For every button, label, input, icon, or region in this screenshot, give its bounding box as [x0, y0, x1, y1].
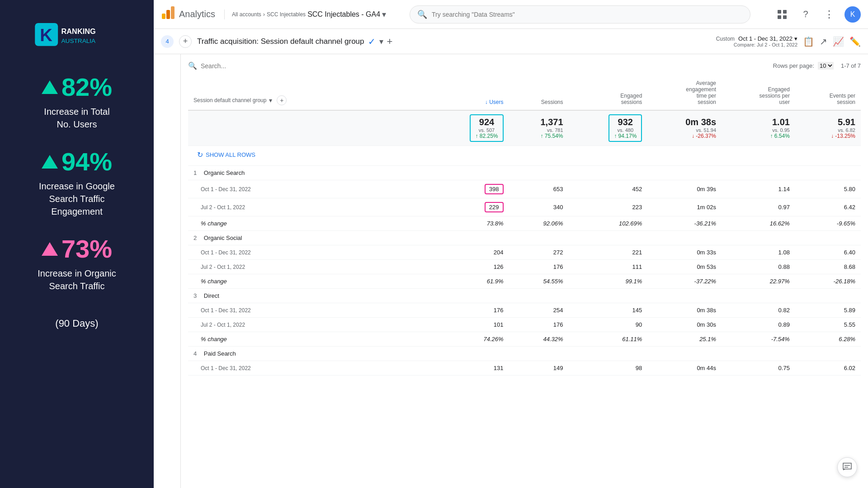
organic-search-p2-events: 6.42 [795, 198, 861, 216]
rows-per-page-select[interactable]: 10 25 50 [818, 62, 834, 70]
top-bar-actions: ? ⋮ K [774, 6, 861, 23]
direct-change-engaged: 61.11% [569, 332, 648, 347]
more-options-button[interactable]: ⋮ [821, 6, 837, 23]
direct-p1-eng-user: 0.82 [722, 303, 795, 318]
table-search[interactable]: 🔍 [188, 61, 280, 70]
direct-p2-sessions: 176 [509, 318, 569, 332]
apps-button[interactable] [774, 6, 790, 23]
organic-social-p2-eng-user: 0.88 [722, 260, 795, 274]
filter-icon[interactable]: ▾ [269, 97, 272, 104]
report-title-text: Traffic acquisition: Session default cha… [197, 37, 364, 46]
breadcrumb-sep: › [263, 11, 265, 18]
organic-social-p1-engaged: 221 [569, 245, 648, 260]
chat-button[interactable] [837, 457, 857, 477]
organic-social-change-users: 61.9% [430, 274, 509, 289]
direct-change-avg: 25.1% [647, 332, 722, 347]
breadcrumb-badge[interactable]: 4 [161, 35, 174, 48]
edit-report-icon[interactable]: 📋 [803, 36, 814, 47]
user-avatar[interactable]: K [844, 6, 861, 23]
help-button[interactable]: ? [797, 6, 814, 23]
title-add-icon[interactable]: + [387, 36, 393, 47]
row-direct-header: 3 Direct [188, 289, 861, 303]
direct-p1-label: Oct 1 - Dec 31, 2022 [188, 303, 430, 318]
account-nav: All accounts › SCC Injectables SCC Injec… [224, 9, 386, 19]
organic-search-p1-events: 5.80 [795, 180, 861, 198]
totals-avg-eng: 0m 38s vs. 51.94 ↓ -26.37% [647, 110, 722, 146]
add-tab-button[interactable]: + [179, 35, 192, 48]
organic-search-p2-eng-user: 0.97 [722, 198, 795, 216]
current-property[interactable]: SCC Injectables - GA4 ▾ [307, 9, 386, 19]
organic-social-label: 2 Organic Social [188, 231, 430, 245]
date-range-main[interactable]: Custom Oct 1 - Dec 31, 2022 ▾ [716, 35, 797, 42]
stat-82-label: Increase in TotalNo. Users [42, 105, 112, 131]
organic-social-p2-label: Jul 2 - Oct 1, 2022 [188, 260, 430, 274]
organic-social-change-label: % change [188, 274, 430, 289]
content-area: 🔍 Rows per page: 10 25 50 1-7 of 7 [154, 54, 868, 488]
stat-73-label: Increase in OrganicSearch Traffic [38, 267, 116, 292]
organic-search-p1-label: Oct 1 - Dec 31, 2022 [188, 180, 430, 198]
top-bar: Analytics All accounts › SCC Injectables… [154, 0, 868, 29]
paid-search-p1-eng-user: 0.75 [722, 361, 795, 375]
row-organic-search-p1: Oct 1 - Dec 31, 2022 398 653 452 0m 39s … [188, 180, 861, 198]
rows-per-page: Rows per page: 10 25 50 [773, 62, 834, 70]
organic-social-change-engaged: 99.1% [569, 274, 648, 289]
svg-rect-6 [171, 6, 175, 19]
top-search-bar[interactable]: 🔍 [410, 5, 750, 23]
property-chevron-icon: ▾ [382, 9, 386, 19]
share-icon[interactable]: ↗ [820, 36, 827, 47]
stat-82-number: 82% [42, 72, 112, 102]
add-column-button[interactable]: + [277, 95, 287, 105]
organic-search-p1-users: 398 [430, 180, 509, 198]
stat-82: 82% Increase in TotalNo. Users [42, 72, 112, 131]
organic-social-p2-events: 8.68 [795, 260, 861, 274]
paid-search-p1-sessions: 149 [509, 361, 569, 375]
organic-search-change-eng-user: 16.62% [722, 216, 795, 231]
stat-73: 73% Increase in OrganicSearch Traffic [38, 234, 116, 292]
analytics-icon [161, 5, 175, 23]
rows-per-page-label: Rows per page: [773, 62, 814, 69]
col-header-sessions: Sessions [509, 75, 569, 110]
organic-search-label: 1 Organic Search [188, 166, 430, 180]
organic-search-p2-avg: 1m 02s [647, 198, 722, 216]
table-search-input[interactable] [201, 62, 280, 70]
totals-events: 5.91 vs. 6.82 ↓ -13.25% [795, 110, 861, 146]
show-all-rows-button[interactable]: ↻ SHOW ALL ROWS [192, 148, 857, 162]
rotate-icon: ↻ [197, 150, 203, 159]
search-icon: 🔍 [417, 9, 427, 19]
date-compare: Compare: Jul 2 - Oct 1, 2022 [734, 42, 797, 47]
svg-rect-7 [778, 10, 781, 14]
organic-search-change-events: -9.65% [795, 216, 861, 231]
arrow-up-icon-82 [42, 80, 58, 94]
svg-rect-8 [783, 10, 787, 14]
page-info: 1-7 of 7 [841, 62, 861, 69]
arrow-up-icon-94 [42, 155, 58, 169]
organic-social-change-sessions: 54.55% [509, 274, 569, 289]
logo-area: K RANKING AUSTRALIA [32, 18, 122, 54]
organic-social-p2-engaged: 111 [569, 260, 648, 274]
svg-rect-5 [166, 10, 170, 19]
direct-p2-engaged: 90 [569, 318, 648, 332]
organic-search-p2-engaged: 223 [569, 198, 648, 216]
date-range: Custom Oct 1 - Dec 31, 2022 ▾ Compare: J… [716, 35, 797, 47]
search-input[interactable] [432, 11, 743, 18]
direct-p2-events: 5.55 [795, 318, 861, 332]
sub-header: 4 + Traffic acquisition: Session default… [154, 29, 868, 54]
organic-search-change-users: 73.8% [430, 216, 509, 231]
organic-social-change-eng-user: 22.97% [722, 274, 795, 289]
direct-label: 3 Direct [188, 289, 430, 303]
direct-change-users: 74.26% [430, 332, 509, 347]
compare-icon[interactable]: 📈 [833, 36, 844, 47]
days-label: (90 Days) [55, 318, 98, 329]
organic-social-p1-users: 204 [430, 245, 509, 260]
svg-rect-9 [778, 15, 781, 19]
organic-search-p1-avg: 0m 39s [647, 180, 722, 198]
svg-rect-10 [783, 15, 787, 19]
organic-social-p2-users: 126 [430, 260, 509, 274]
date-dropdown-icon: ▾ [794, 35, 797, 42]
organic-social-p1-avg: 0m 33s [647, 245, 722, 260]
date-range-value: Oct 1 - Dec 31, 2022 [738, 35, 793, 42]
direct-p2-label: Jul 2 - Oct 1, 2022 [188, 318, 430, 332]
ranking-australia-logo: K RANKING AUSTRALIA [32, 18, 122, 54]
pencil-icon[interactable]: ✏️ [849, 36, 861, 47]
row-organic-social-change: % change 61.9% 54.55% 99.1% -37.22% 22.9… [188, 274, 861, 289]
